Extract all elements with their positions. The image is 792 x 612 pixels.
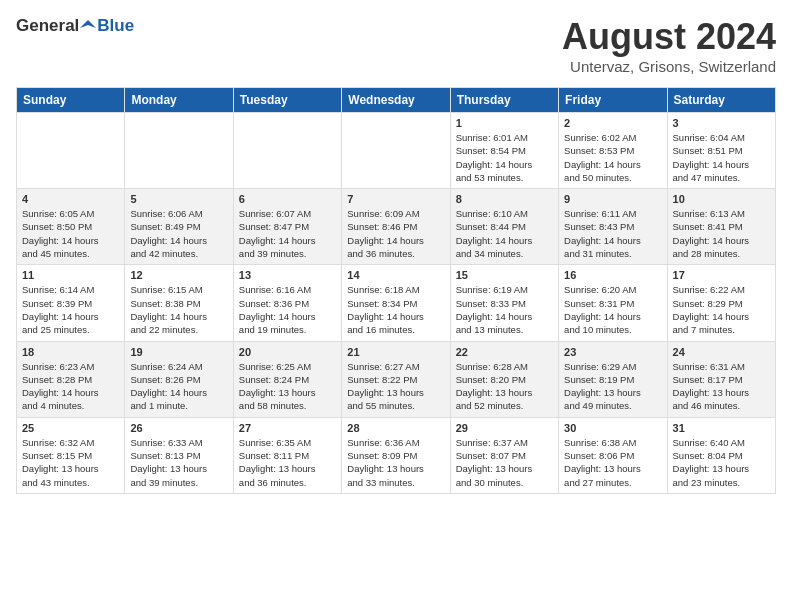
calendar-cell bbox=[17, 113, 125, 189]
calendar-cell: 28Sunrise: 6:36 AM Sunset: 8:09 PM Dayli… bbox=[342, 417, 450, 493]
cell-content: Sunrise: 6:18 AM Sunset: 8:34 PM Dayligh… bbox=[347, 283, 444, 336]
day-number: 27 bbox=[239, 422, 336, 434]
logo: General Blue bbox=[16, 16, 134, 36]
cell-content: Sunrise: 6:06 AM Sunset: 8:49 PM Dayligh… bbox=[130, 207, 227, 260]
day-number: 1 bbox=[456, 117, 553, 129]
cell-content: Sunrise: 6:09 AM Sunset: 8:46 PM Dayligh… bbox=[347, 207, 444, 260]
logo-bird-icon bbox=[80, 18, 96, 34]
day-number: 31 bbox=[673, 422, 770, 434]
calendar-cell: 9Sunrise: 6:11 AM Sunset: 8:43 PM Daylig… bbox=[559, 189, 667, 265]
title-area: August 2024 Untervaz, Grisons, Switzerla… bbox=[562, 16, 776, 75]
calendar-cell: 12Sunrise: 6:15 AM Sunset: 8:38 PM Dayli… bbox=[125, 265, 233, 341]
calendar-cell: 21Sunrise: 6:27 AM Sunset: 8:22 PM Dayli… bbox=[342, 341, 450, 417]
calendar-cell: 3Sunrise: 6:04 AM Sunset: 8:51 PM Daylig… bbox=[667, 113, 775, 189]
day-number: 20 bbox=[239, 346, 336, 358]
day-header-tuesday: Tuesday bbox=[233, 88, 341, 113]
day-number: 3 bbox=[673, 117, 770, 129]
main-title: August 2024 bbox=[562, 16, 776, 58]
calendar-cell: 8Sunrise: 6:10 AM Sunset: 8:44 PM Daylig… bbox=[450, 189, 558, 265]
day-number: 26 bbox=[130, 422, 227, 434]
cell-content: Sunrise: 6:01 AM Sunset: 8:54 PM Dayligh… bbox=[456, 131, 553, 184]
calendar-cell: 6Sunrise: 6:07 AM Sunset: 8:47 PM Daylig… bbox=[233, 189, 341, 265]
calendar-cell: 17Sunrise: 6:22 AM Sunset: 8:29 PM Dayli… bbox=[667, 265, 775, 341]
calendar-cell: 30Sunrise: 6:38 AM Sunset: 8:06 PM Dayli… bbox=[559, 417, 667, 493]
cell-content: Sunrise: 6:37 AM Sunset: 8:07 PM Dayligh… bbox=[456, 436, 553, 489]
day-number: 24 bbox=[673, 346, 770, 358]
calendar-header: SundayMondayTuesdayWednesdayThursdayFrid… bbox=[17, 88, 776, 113]
page-header: General Blue August 2024 Untervaz, Griso… bbox=[16, 16, 776, 75]
cell-content: Sunrise: 6:23 AM Sunset: 8:28 PM Dayligh… bbox=[22, 360, 119, 413]
day-header-wednesday: Wednesday bbox=[342, 88, 450, 113]
day-number: 12 bbox=[130, 269, 227, 281]
day-number: 4 bbox=[22, 193, 119, 205]
calendar-body: 1Sunrise: 6:01 AM Sunset: 8:54 PM Daylig… bbox=[17, 113, 776, 494]
day-number: 23 bbox=[564, 346, 661, 358]
calendar-table: SundayMondayTuesdayWednesdayThursdayFrid… bbox=[16, 87, 776, 494]
cell-content: Sunrise: 6:32 AM Sunset: 8:15 PM Dayligh… bbox=[22, 436, 119, 489]
calendar-cell: 23Sunrise: 6:29 AM Sunset: 8:19 PM Dayli… bbox=[559, 341, 667, 417]
calendar-cell: 5Sunrise: 6:06 AM Sunset: 8:49 PM Daylig… bbox=[125, 189, 233, 265]
cell-content: Sunrise: 6:28 AM Sunset: 8:20 PM Dayligh… bbox=[456, 360, 553, 413]
calendar-cell: 31Sunrise: 6:40 AM Sunset: 8:04 PM Dayli… bbox=[667, 417, 775, 493]
cell-content: Sunrise: 6:10 AM Sunset: 8:44 PM Dayligh… bbox=[456, 207, 553, 260]
cell-content: Sunrise: 6:05 AM Sunset: 8:50 PM Dayligh… bbox=[22, 207, 119, 260]
day-number: 14 bbox=[347, 269, 444, 281]
cell-content: Sunrise: 6:29 AM Sunset: 8:19 PM Dayligh… bbox=[564, 360, 661, 413]
day-header-monday: Monday bbox=[125, 88, 233, 113]
day-header-friday: Friday bbox=[559, 88, 667, 113]
calendar-cell: 26Sunrise: 6:33 AM Sunset: 8:13 PM Dayli… bbox=[125, 417, 233, 493]
cell-content: Sunrise: 6:25 AM Sunset: 8:24 PM Dayligh… bbox=[239, 360, 336, 413]
week-row-5: 25Sunrise: 6:32 AM Sunset: 8:15 PM Dayli… bbox=[17, 417, 776, 493]
cell-content: Sunrise: 6:38 AM Sunset: 8:06 PM Dayligh… bbox=[564, 436, 661, 489]
day-number: 22 bbox=[456, 346, 553, 358]
day-number: 29 bbox=[456, 422, 553, 434]
week-row-4: 18Sunrise: 6:23 AM Sunset: 8:28 PM Dayli… bbox=[17, 341, 776, 417]
cell-content: Sunrise: 6:11 AM Sunset: 8:43 PM Dayligh… bbox=[564, 207, 661, 260]
day-number: 18 bbox=[22, 346, 119, 358]
day-number: 7 bbox=[347, 193, 444, 205]
calendar-cell: 11Sunrise: 6:14 AM Sunset: 8:39 PM Dayli… bbox=[17, 265, 125, 341]
calendar-cell: 15Sunrise: 6:19 AM Sunset: 8:33 PM Dayli… bbox=[450, 265, 558, 341]
week-row-2: 4Sunrise: 6:05 AM Sunset: 8:50 PM Daylig… bbox=[17, 189, 776, 265]
calendar-cell: 16Sunrise: 6:20 AM Sunset: 8:31 PM Dayli… bbox=[559, 265, 667, 341]
calendar-cell: 1Sunrise: 6:01 AM Sunset: 8:54 PM Daylig… bbox=[450, 113, 558, 189]
calendar-cell: 10Sunrise: 6:13 AM Sunset: 8:41 PM Dayli… bbox=[667, 189, 775, 265]
day-number: 25 bbox=[22, 422, 119, 434]
cell-content: Sunrise: 6:40 AM Sunset: 8:04 PM Dayligh… bbox=[673, 436, 770, 489]
calendar-cell: 29Sunrise: 6:37 AM Sunset: 8:07 PM Dayli… bbox=[450, 417, 558, 493]
cell-content: Sunrise: 6:36 AM Sunset: 8:09 PM Dayligh… bbox=[347, 436, 444, 489]
calendar-cell bbox=[125, 113, 233, 189]
day-number: 19 bbox=[130, 346, 227, 358]
calendar-cell: 18Sunrise: 6:23 AM Sunset: 8:28 PM Dayli… bbox=[17, 341, 125, 417]
subtitle: Untervaz, Grisons, Switzerland bbox=[562, 58, 776, 75]
cell-content: Sunrise: 6:19 AM Sunset: 8:33 PM Dayligh… bbox=[456, 283, 553, 336]
calendar-cell: 19Sunrise: 6:24 AM Sunset: 8:26 PM Dayli… bbox=[125, 341, 233, 417]
calendar-cell: 22Sunrise: 6:28 AM Sunset: 8:20 PM Dayli… bbox=[450, 341, 558, 417]
logo-text: General Blue bbox=[16, 16, 134, 36]
svg-marker-0 bbox=[80, 20, 96, 28]
day-number: 10 bbox=[673, 193, 770, 205]
day-number: 21 bbox=[347, 346, 444, 358]
header-row: SundayMondayTuesdayWednesdayThursdayFrid… bbox=[17, 88, 776, 113]
calendar-cell: 24Sunrise: 6:31 AM Sunset: 8:17 PM Dayli… bbox=[667, 341, 775, 417]
day-number: 5 bbox=[130, 193, 227, 205]
cell-content: Sunrise: 6:22 AM Sunset: 8:29 PM Dayligh… bbox=[673, 283, 770, 336]
cell-content: Sunrise: 6:13 AM Sunset: 8:41 PM Dayligh… bbox=[673, 207, 770, 260]
day-number: 6 bbox=[239, 193, 336, 205]
day-number: 16 bbox=[564, 269, 661, 281]
calendar-cell: 13Sunrise: 6:16 AM Sunset: 8:36 PM Dayli… bbox=[233, 265, 341, 341]
logo-general: General bbox=[16, 16, 79, 36]
cell-content: Sunrise: 6:31 AM Sunset: 8:17 PM Dayligh… bbox=[673, 360, 770, 413]
cell-content: Sunrise: 6:04 AM Sunset: 8:51 PM Dayligh… bbox=[673, 131, 770, 184]
cell-content: Sunrise: 6:24 AM Sunset: 8:26 PM Dayligh… bbox=[130, 360, 227, 413]
cell-content: Sunrise: 6:27 AM Sunset: 8:22 PM Dayligh… bbox=[347, 360, 444, 413]
cell-content: Sunrise: 6:35 AM Sunset: 8:11 PM Dayligh… bbox=[239, 436, 336, 489]
cell-content: Sunrise: 6:14 AM Sunset: 8:39 PM Dayligh… bbox=[22, 283, 119, 336]
day-number: 30 bbox=[564, 422, 661, 434]
day-header-saturday: Saturday bbox=[667, 88, 775, 113]
calendar-cell: 2Sunrise: 6:02 AM Sunset: 8:53 PM Daylig… bbox=[559, 113, 667, 189]
day-number: 13 bbox=[239, 269, 336, 281]
day-number: 9 bbox=[564, 193, 661, 205]
week-row-1: 1Sunrise: 6:01 AM Sunset: 8:54 PM Daylig… bbox=[17, 113, 776, 189]
day-number: 17 bbox=[673, 269, 770, 281]
